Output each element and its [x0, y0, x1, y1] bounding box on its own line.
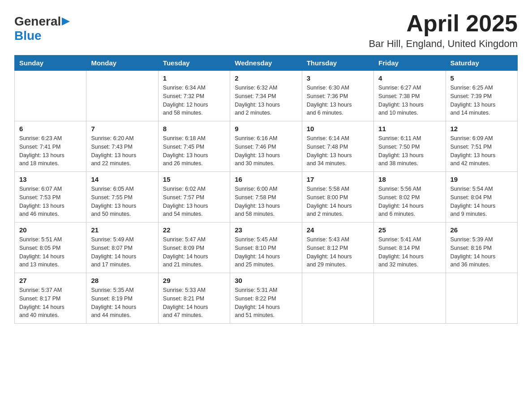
day-info: Sunrise: 6:18 AMSunset: 7:45 PMDaylight:… — [163, 134, 225, 168]
day-number: 5 — [450, 74, 513, 82]
day-info: Sunrise: 5:51 AMSunset: 8:05 PMDaylight:… — [19, 235, 82, 269]
day-number: 10 — [307, 125, 369, 133]
day-info: Sunrise: 5:54 AMSunset: 8:04 PMDaylight:… — [450, 185, 513, 218]
calendar-week-row: 27Sunrise: 5:37 AMSunset: 8:17 PMDayligh… — [15, 273, 518, 324]
calendar-cell: 26Sunrise: 5:39 AMSunset: 8:16 PMDayligh… — [446, 223, 517, 273]
calendar-week-row: 6Sunrise: 6:23 AMSunset: 7:41 PMDaylight… — [15, 121, 518, 172]
day-info: Sunrise: 5:35 AMSunset: 8:19 PMDaylight:… — [91, 286, 153, 320]
day-info: Sunrise: 6:02 AMSunset: 7:57 PMDaylight:… — [163, 185, 225, 218]
day-number: 7 — [91, 125, 153, 133]
day-number: 23 — [235, 226, 297, 234]
calendar-cell: 11Sunrise: 6:11 AMSunset: 7:50 PMDayligh… — [374, 121, 446, 172]
day-info: Sunrise: 5:45 AMSunset: 8:10 PMDaylight:… — [235, 235, 297, 269]
calendar-cell: 17Sunrise: 5:58 AMSunset: 8:00 PMDayligh… — [302, 172, 373, 223]
day-info: Sunrise: 5:41 AMSunset: 8:14 PMDaylight:… — [378, 235, 441, 269]
day-number: 1 — [163, 74, 225, 82]
day-number: 13 — [19, 176, 82, 183]
calendar-cell: 6Sunrise: 6:23 AMSunset: 7:41 PMDaylight… — [15, 121, 86, 172]
day-number: 14 — [91, 176, 153, 183]
col-sunday: Sunday — [15, 56, 86, 71]
calendar-cell: 25Sunrise: 5:41 AMSunset: 8:14 PMDayligh… — [374, 223, 446, 273]
calendar-cell: 29Sunrise: 5:33 AMSunset: 8:21 PMDayligh… — [158, 273, 230, 324]
day-info: Sunrise: 6:16 AMSunset: 7:46 PMDaylight:… — [235, 134, 297, 168]
calendar-cell: 18Sunrise: 5:56 AMSunset: 8:02 PMDayligh… — [374, 172, 446, 223]
calendar-cell: 4Sunrise: 6:27 AMSunset: 7:38 PMDaylight… — [374, 71, 446, 121]
day-number: 26 — [450, 226, 513, 234]
day-number: 16 — [235, 176, 297, 183]
calendar-cell: 2Sunrise: 6:32 AMSunset: 7:34 PMDaylight… — [230, 71, 302, 121]
calendar-week-row: 20Sunrise: 5:51 AMSunset: 8:05 PMDayligh… — [15, 223, 518, 273]
day-number: 6 — [19, 125, 82, 133]
calendar-header-row: Sunday Monday Tuesday Wednesday Thursday… — [15, 56, 518, 71]
calendar-cell: 9Sunrise: 6:16 AMSunset: 7:46 PMDaylight… — [230, 121, 302, 172]
day-info: Sunrise: 6:11 AMSunset: 7:50 PMDaylight:… — [378, 134, 441, 168]
month-title: April 2025 — [369, 11, 518, 36]
day-info: Sunrise: 5:37 AMSunset: 8:17 PMDaylight:… — [19, 286, 82, 320]
day-number: 21 — [91, 226, 153, 234]
day-number: 9 — [235, 125, 297, 133]
calendar-cell: 10Sunrise: 6:14 AMSunset: 7:48 PMDayligh… — [302, 121, 373, 172]
day-number: 18 — [378, 176, 441, 183]
logo-general-text: General — [14, 14, 61, 29]
day-info: Sunrise: 6:25 AMSunset: 7:39 PMDaylight:… — [450, 84, 513, 117]
calendar-cell: 12Sunrise: 6:09 AMSunset: 7:51 PMDayligh… — [446, 121, 517, 172]
page-header: General Blue April 2025 Bar Hill, Englan… — [14, 11, 518, 50]
day-number: 2 — [235, 74, 297, 82]
calendar-table: Sunday Monday Tuesday Wednesday Thursday… — [14, 55, 518, 324]
day-info: Sunrise: 6:14 AMSunset: 7:48 PMDaylight:… — [307, 134, 369, 168]
calendar-cell — [302, 273, 373, 324]
day-number: 11 — [378, 125, 441, 133]
day-number: 15 — [163, 176, 225, 183]
day-number: 20 — [19, 226, 82, 234]
day-info: Sunrise: 5:39 AMSunset: 8:16 PMDaylight:… — [450, 235, 513, 269]
calendar-cell — [15, 71, 86, 121]
col-friday: Friday — [374, 56, 446, 71]
calendar-cell: 14Sunrise: 6:05 AMSunset: 7:55 PMDayligh… — [86, 172, 158, 223]
day-number: 27 — [19, 277, 82, 284]
day-info: Sunrise: 6:30 AMSunset: 7:36 PMDaylight:… — [307, 84, 369, 117]
calendar-cell: 16Sunrise: 6:00 AMSunset: 7:58 PMDayligh… — [230, 172, 302, 223]
day-number: 30 — [235, 277, 297, 284]
day-number: 4 — [378, 74, 441, 82]
calendar-cell: 30Sunrise: 5:31 AMSunset: 8:22 PMDayligh… — [230, 273, 302, 324]
calendar-cell: 20Sunrise: 5:51 AMSunset: 8:05 PMDayligh… — [15, 223, 86, 273]
day-info: Sunrise: 5:49 AMSunset: 8:07 PMDaylight:… — [91, 235, 153, 269]
calendar-cell: 15Sunrise: 6:02 AMSunset: 7:57 PMDayligh… — [158, 172, 230, 223]
day-info: Sunrise: 6:20 AMSunset: 7:43 PMDaylight:… — [91, 134, 153, 168]
day-number: 12 — [450, 125, 513, 133]
calendar-cell: 27Sunrise: 5:37 AMSunset: 8:17 PMDayligh… — [15, 273, 86, 324]
day-info: Sunrise: 5:43 AMSunset: 8:12 PMDaylight:… — [307, 235, 369, 269]
calendar-cell: 24Sunrise: 5:43 AMSunset: 8:12 PMDayligh… — [302, 223, 373, 273]
day-info: Sunrise: 5:33 AMSunset: 8:21 PMDaylight:… — [163, 286, 225, 320]
day-number: 22 — [163, 226, 225, 234]
location-title: Bar Hill, England, United Kingdom — [369, 38, 518, 50]
calendar-cell: 1Sunrise: 6:34 AMSunset: 7:32 PMDaylight… — [158, 71, 230, 121]
calendar-cell: 19Sunrise: 5:54 AMSunset: 8:04 PMDayligh… — [446, 172, 517, 223]
day-number: 25 — [378, 226, 441, 234]
day-number: 8 — [163, 125, 225, 133]
day-info: Sunrise: 6:09 AMSunset: 7:51 PMDaylight:… — [450, 134, 513, 168]
day-number: 28 — [91, 277, 153, 284]
calendar-cell — [86, 71, 158, 121]
logo: General Blue — [14, 14, 71, 43]
day-info: Sunrise: 6:27 AMSunset: 7:38 PMDaylight:… — [378, 84, 441, 117]
logo-blue-text: Blue — [14, 29, 42, 43]
col-thursday: Thursday — [302, 56, 373, 71]
day-info: Sunrise: 5:56 AMSunset: 8:02 PMDaylight:… — [378, 185, 441, 218]
day-info: Sunrise: 6:05 AMSunset: 7:55 PMDaylight:… — [91, 185, 153, 218]
day-info: Sunrise: 6:32 AMSunset: 7:34 PMDaylight:… — [235, 84, 297, 117]
calendar-cell: 8Sunrise: 6:18 AMSunset: 7:45 PMDaylight… — [158, 121, 230, 172]
day-number: 24 — [307, 226, 369, 234]
calendar-cell: 23Sunrise: 5:45 AMSunset: 8:10 PMDayligh… — [230, 223, 302, 273]
title-block: April 2025 Bar Hill, England, United Kin… — [369, 11, 518, 50]
calendar-cell: 22Sunrise: 5:47 AMSunset: 8:09 PMDayligh… — [158, 223, 230, 273]
day-number: 19 — [450, 176, 513, 183]
calendar-week-row: 1Sunrise: 6:34 AMSunset: 7:32 PMDaylight… — [15, 71, 518, 121]
calendar-week-row: 13Sunrise: 6:07 AMSunset: 7:53 PMDayligh… — [15, 172, 518, 223]
day-number: 17 — [307, 176, 369, 183]
day-info: Sunrise: 6:23 AMSunset: 7:41 PMDaylight:… — [19, 134, 82, 168]
day-info: Sunrise: 6:00 AMSunset: 7:58 PMDaylight:… — [235, 185, 297, 218]
day-info: Sunrise: 6:07 AMSunset: 7:53 PMDaylight:… — [19, 185, 82, 218]
day-info: Sunrise: 5:47 AMSunset: 8:09 PMDaylight:… — [163, 235, 225, 269]
day-info: Sunrise: 6:34 AMSunset: 7:32 PMDaylight:… — [163, 84, 225, 117]
